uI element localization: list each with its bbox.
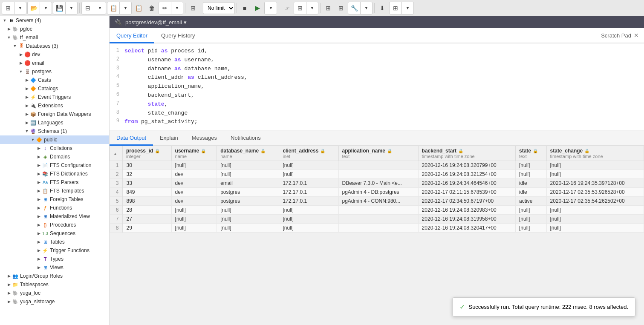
sidebar-item-collations[interactable]: ▶ ↕ Collations — [0, 144, 109, 152]
th-backend_start[interactable]: backend_start 🔒 timestamp with time zone — [418, 146, 515, 161]
toolbar-btn-explain2[interactable]: ⊞ — [335, 2, 347, 14]
toolbar-btn-save[interactable]: 💾 — [53, 2, 65, 14]
table-row[interactable]: 333devemail172.17.0.1DBeaver 7.3.0 - Mai… — [110, 179, 644, 188]
toolbar-btn-table[interactable]: ⊟ — [82, 2, 94, 14]
sidebar-item-types[interactable]: ▶ T Types — [0, 255, 109, 263]
toolbar-btn-download[interactable]: ⬇ — [376, 2, 388, 14]
tab-explain[interactable]: Explain — [153, 131, 185, 146]
toggle-fts-dict[interactable]: ▶ — [36, 171, 42, 177]
toolbar-btn-grid2[interactable]: ⊞ — [294, 2, 306, 14]
toolbar-btn-delete[interactable]: 🗑 — [146, 2, 158, 14]
toggle-databases[interactable]: ▼ — [12, 43, 18, 49]
th-application_name[interactable]: application_name 🔒 text — [338, 146, 418, 161]
toggle-foreign-tables[interactable]: ▶ — [36, 196, 42, 202]
sidebar-item-domains[interactable]: ▶ ◈ Domains — [0, 152, 109, 161]
table-row[interactable]: 130[null][null][null]2020-12-16 19:24:08… — [110, 161, 644, 170]
th-database_name[interactable]: database_name 🔒 name — [217, 146, 279, 161]
toolbar-btn-hand[interactable]: ☞ — [281, 2, 293, 14]
toggle-postgres[interactable]: ▼ — [18, 69, 24, 75]
th-sort[interactable]: ▲ — [110, 146, 123, 161]
sidebar-item-fts-parsers[interactable]: ▶ Aa FTS Parsers — [0, 178, 109, 187]
th-state[interactable]: state 🔒 text — [516, 146, 547, 161]
toggle-pgloc[interactable]: ▶ — [6, 26, 12, 32]
sidebar-item-tf_email[interactable]: ▼ 🐘 tf_email — [0, 33, 109, 42]
toolbar-btn-edit[interactable]: ✏ — [159, 2, 171, 14]
toolbar-btn-dropdown4[interactable]: ▼ — [94, 2, 106, 14]
toggle-yuga-sistorage[interactable]: ▶ — [6, 299, 12, 305]
toggle-email[interactable]: ▶ — [18, 60, 24, 66]
sidebar-item-fts-templates[interactable]: ▶ 📋 FTS Templates — [0, 187, 109, 195]
sidebar-item-email[interactable]: ▶ 🔴 email — [0, 59, 109, 67]
sidebar-item-fdw[interactable]: ▶ 📦 Foreign Data Wrappers — [0, 110, 109, 118]
toggle-extensions[interactable]: ▶ — [24, 103, 30, 109]
toggle-tablespaces[interactable]: ▶ — [6, 282, 12, 288]
sidebar-item-functions[interactable]: ▶ ƒ Functions — [0, 204, 109, 212]
th-username[interactable]: username 🔒 name — [171, 146, 217, 161]
sidebar-item-views[interactable]: ▶ ⊞ Views — [0, 263, 109, 272]
sidebar-item-pgloc[interactable]: ▶ 🐘 pgloc — [0, 25, 109, 33]
table-row[interactable]: 232dev[null][null]2020-12-16 19:24:08.32… — [110, 170, 644, 179]
toggle-casts[interactable]: ▶ — [24, 77, 30, 83]
toggle-public[interactable]: ▼ — [30, 137, 36, 143]
toggle-tf_email[interactable]: ▼ — [6, 35, 12, 40]
toolbar-btn-explain1[interactable]: ⊞ — [322, 2, 334, 14]
sidebar-item-yuga-loc[interactable]: ▶ 🐘 yuga_loc — [0, 289, 109, 297]
toggle-sequences[interactable]: ▶ — [36, 230, 42, 236]
sidebar-item-fts-dict[interactable]: ▶ 📚 FTS Dictionaries — [0, 170, 109, 178]
toggle-languages[interactable]: ▶ — [24, 120, 30, 126]
tab-query-editor[interactable]: Query Editor — [110, 29, 154, 43]
sidebar-item-sequences[interactable]: ▶ 1.3 Sequences — [0, 229, 109, 238]
table-row[interactable]: 4849devpostgres172.17.0.1pgAdmin 4 - DB:… — [110, 188, 644, 197]
toolbar-btn-copy[interactable]: 📋 — [107, 2, 119, 14]
sidebar-item-languages[interactable]: ▶ 🔤 Languages — [0, 118, 109, 127]
toolbar-btn-dropdown10[interactable]: ▼ — [401, 2, 413, 14]
toolbar-btn-dropdown5[interactable]: ▼ — [119, 2, 131, 14]
toggle-procedures[interactable]: ▶ — [36, 222, 42, 228]
toggle-fts-config[interactable]: ▶ — [36, 162, 42, 168]
sidebar-item-postgres[interactable]: ▼ 🗄 postgres — [0, 67, 109, 76]
toggle-fts-parsers[interactable]: ▶ — [36, 179, 42, 185]
code-editor[interactable]: 1 select pid as process_id, 2 usename as… — [110, 43, 644, 130]
sidebar-item-public[interactable]: ▼ 🔶 public — [0, 135, 109, 144]
sidebar-item-schemas[interactable]: ▼ 🔮 Schemas (1) — [0, 127, 109, 135]
toolbar-btn-dropdown9[interactable]: ▼ — [360, 2, 372, 14]
toggle-domains[interactable]: ▶ — [36, 154, 42, 160]
toggle-tables[interactable]: ▶ — [36, 239, 42, 245]
toggle-login-roles[interactable]: ▶ — [6, 273, 12, 279]
toggle-views[interactable]: ▶ — [36, 265, 42, 270]
sidebar-item-yuga-sistorage[interactable]: ▶ 🐘 yuga_sistorage — [0, 297, 109, 306]
sidebar-item-tables[interactable]: ▶ ⊞ Tables — [0, 238, 109, 246]
sidebar-item-catalogs[interactable]: ▶ 🔶 Catalogs — [0, 84, 109, 93]
toolbar-btn-paste[interactable]: 📋 — [133, 2, 145, 14]
sidebar-item-mat-views[interactable]: ▶ ⊞ Materialized View — [0, 212, 109, 221]
toolbar-btn-stop[interactable]: ■ — [239, 2, 251, 14]
toolbar-btn-tools[interactable]: 🔧 — [348, 2, 360, 14]
sidebar-item-procedures[interactable]: ▶ {} Procedures — [0, 221, 109, 229]
tab-query-history[interactable]: Query History — [154, 29, 202, 43]
th-process_id[interactable]: process_id 🔒 integer — [123, 146, 172, 161]
toolbar-btn-commit[interactable]: ⊞ — [390, 2, 401, 14]
toggle-dev[interactable]: ▶ — [18, 52, 24, 58]
toggle-collations[interactable]: ▶ — [36, 145, 42, 151]
toolbar-btn-run-dropdown[interactable]: ▼ — [265, 2, 277, 14]
toolbar-btn-dropdown3[interactable]: ▼ — [65, 2, 77, 14]
table-row[interactable]: 5898devpostgres172.17.0.1pgAdmin 4 - CON… — [110, 197, 644, 206]
sidebar-item-servers[interactable]: ▼ 🖥 Servers (4) — [0, 16, 109, 25]
th-state_change[interactable]: state_change 🔒 timestamp with time zone — [546, 146, 644, 161]
no-limit-select[interactable]: No limit 100 500 — [203, 2, 235, 14]
toggle-schemas[interactable]: ▼ — [24, 128, 30, 134]
toggle-types[interactable]: ▶ — [36, 256, 42, 262]
toggle-event-triggers[interactable]: ▶ — [24, 94, 30, 100]
tab-data-output[interactable]: Data Output — [110, 131, 153, 146]
table-row[interactable]: 727[null][null][null]2020-12-16 19:24:08… — [110, 215, 644, 224]
tab-messages[interactable]: Messages — [185, 131, 224, 146]
toolbar-btn-dropdown8[interactable]: ▼ — [306, 2, 318, 14]
toggle-fts-templates[interactable]: ▶ — [36, 188, 42, 194]
connection-label[interactable]: postgres/dev@tf_email ▾ — [125, 19, 187, 26]
sidebar-item-dev[interactable]: ▶ 🔴 dev — [0, 50, 109, 59]
toggle-servers[interactable]: ▼ — [2, 17, 8, 23]
scratch-pad-close[interactable]: ✕ — [634, 32, 639, 39]
toolbar-btn-dropdown1[interactable]: ▼ — [14, 2, 26, 14]
tab-notifications[interactable]: Notifications — [224, 131, 268, 146]
th-client_address[interactable]: client_address 🔒 inet — [279, 146, 338, 161]
